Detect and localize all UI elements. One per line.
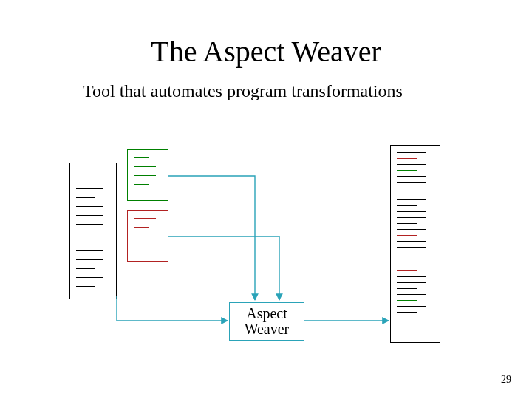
code-line	[76, 197, 95, 198]
code-line	[397, 306, 426, 307]
weaver-label-line1: Aspect	[246, 306, 287, 321]
code-line	[134, 166, 156, 167]
arrow-source-to-weaver	[117, 296, 228, 321]
code-line	[397, 235, 417, 236]
code-line	[134, 227, 149, 228]
code-line	[76, 268, 95, 269]
code-line	[397, 176, 426, 177]
code-line	[397, 164, 426, 165]
code-line	[76, 233, 95, 233]
code-line	[397, 170, 417, 171]
code-line	[397, 182, 426, 183]
code-line	[397, 270, 417, 271]
code-line	[397, 265, 426, 265]
code-line	[76, 286, 95, 287]
code-line	[134, 245, 149, 245]
code-line	[76, 259, 103, 260]
code-line	[397, 300, 417, 301]
code-line	[76, 250, 103, 251]
code-line	[397, 217, 426, 218]
code-line	[397, 152, 426, 153]
code-line	[397, 229, 426, 230]
code-line	[397, 205, 417, 206]
code-line	[76, 180, 95, 180]
aspect-red-box	[127, 210, 168, 262]
code-line	[397, 294, 426, 295]
code-line	[397, 241, 426, 242]
page-number: 29	[501, 374, 511, 386]
code-line	[397, 288, 417, 289]
code-line	[134, 175, 156, 176]
code-line	[134, 157, 149, 158]
code-line	[397, 223, 417, 224]
weaver-label-line2: Weaver	[245, 321, 290, 337]
arrow-aspect-green-to-weaver	[168, 176, 255, 300]
code-line	[76, 215, 103, 216]
aspect-weaver-box: Aspect Weaver	[229, 302, 304, 341]
slide-title: The Aspect Weaver	[0, 34, 532, 69]
code-line	[76, 188, 103, 189]
aspect-green-box	[127, 149, 168, 201]
code-line	[397, 247, 426, 248]
code-line	[76, 171, 103, 171]
code-line	[397, 188, 417, 188]
code-line	[397, 253, 417, 253]
code-line	[76, 224, 103, 225]
code-line	[397, 276, 426, 277]
code-line	[134, 236, 156, 236]
code-line	[397, 259, 426, 259]
code-line	[134, 184, 149, 185]
slide-subtitle: Tool that automates program transformati…	[83, 81, 403, 101]
code-line	[397, 211, 426, 212]
code-line	[397, 312, 417, 313]
arrow-aspect-red-to-weaver	[168, 236, 279, 300]
source-program-box	[69, 163, 117, 299]
code-line	[397, 282, 426, 283]
code-line	[76, 206, 103, 207]
woven-output-box	[390, 145, 440, 343]
code-line	[76, 242, 103, 242]
code-line	[134, 218, 156, 219]
code-line	[397, 200, 426, 200]
code-line	[397, 158, 417, 159]
code-line	[76, 277, 103, 278]
code-line	[397, 194, 426, 194]
